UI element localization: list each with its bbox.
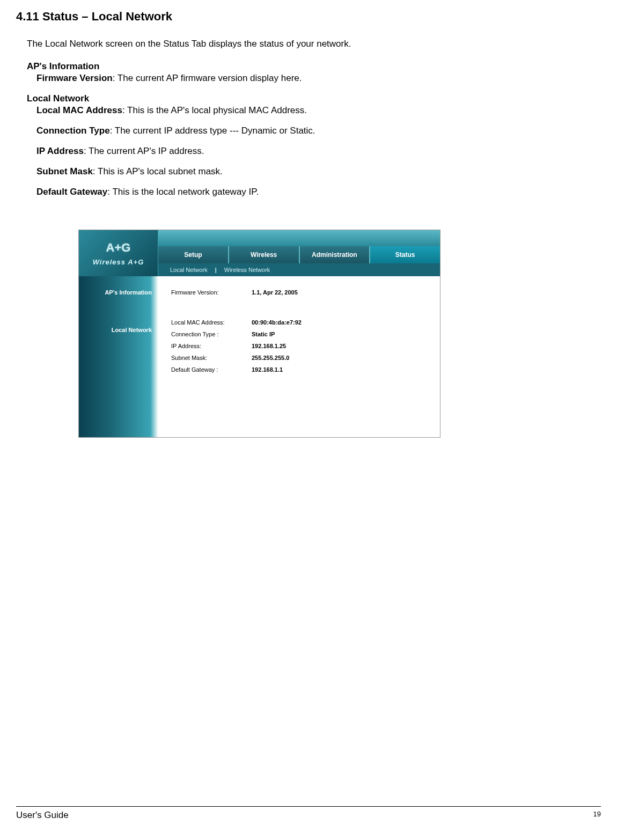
status-row-subnet: Subnet Mask: 255.255.255.0	[171, 355, 440, 361]
status-label-gateway: Default Gateway :	[171, 366, 252, 373]
status-row-gateway: Default Gateway : 192.168.1.1	[171, 366, 440, 373]
logo-brand-text: Wireless A+G	[93, 258, 144, 266]
tab-administration[interactable]: Administration	[300, 246, 371, 263]
status-value-firmware: 1.1, Apr 22, 2005	[252, 289, 298, 296]
field-gateway-label: Default Gateway	[36, 187, 107, 197]
field-mac: Local MAC Address: This is the AP's loca…	[36, 105, 601, 116]
intro-paragraph: The Local Network screen on the Status T…	[27, 39, 601, 49]
status-row-firmware: Firmware Version: 1.1, Apr 22, 2005	[171, 289, 440, 296]
nav-gradient-banner	[158, 230, 440, 246]
group-ap-info: AP's Information	[27, 61, 601, 72]
field-conn-label: Connection Type	[36, 126, 110, 136]
status-row-conn: Connection Type : Static IP	[171, 331, 440, 337]
field-ip-desc: : The current AP's IP address.	[84, 146, 204, 156]
page-footer: User's Guide 19	[16, 806, 601, 821]
field-ip-label: IP Address	[36, 146, 84, 156]
section-heading: 4.11 Status – Local Network	[16, 10, 601, 24]
group-local-network: Local Network	[27, 93, 601, 104]
tab-wireless[interactable]: Wireless	[229, 246, 300, 263]
field-firmware: Firmware Version: The current AP firmwar…	[36, 73, 601, 84]
status-label-ip: IP Address:	[171, 343, 252, 349]
status-value-ip: 192.168.1.25	[252, 343, 286, 349]
status-value-conn: Static IP	[252, 331, 275, 337]
status-value-mac: 00:90:4b:da:e7:92	[252, 319, 302, 326]
tab-setup[interactable]: Setup	[158, 246, 229, 263]
field-gateway: Default Gateway: This is the local netwo…	[36, 187, 601, 197]
tab-status[interactable]: Status	[370, 246, 440, 263]
status-label-subnet: Subnet Mask:	[171, 355, 252, 361]
field-subnet: Subnet Mask: This is AP's local subnet m…	[36, 166, 601, 177]
field-gateway-desc: : This is the local network gateway IP.	[107, 187, 259, 197]
field-mac-label: Local MAC Address	[36, 105, 122, 115]
field-firmware-desc: : The current AP firmware version displa…	[113, 73, 302, 83]
router-status-panel: A+G Wireless A+G Setup Wireless Administ…	[78, 230, 440, 438]
status-label-mac: Local MAC Address:	[171, 319, 252, 326]
status-row-mac: Local MAC Address: 00:90:4b:da:e7:92	[171, 319, 440, 326]
logo-badge-icon: A+G	[106, 241, 131, 255]
sidebar-label-local-network: Local Network	[79, 296, 158, 333]
field-conn-desc: : The current IP address type --- Dynami…	[110, 126, 315, 136]
footer-guide-label: User's Guide	[16, 810, 69, 821]
field-subnet-label: Subnet Mask	[36, 166, 93, 176]
status-row-ip: IP Address: 192.168.1.25	[171, 343, 440, 349]
field-subnet-desc: : This is AP's local subnet mask.	[93, 166, 223, 176]
status-value-subnet: 255.255.255.0	[252, 355, 289, 361]
field-conn: Connection Type: The current IP address …	[36, 126, 601, 136]
field-firmware-label: Firmware Version	[36, 73, 113, 83]
subtab-wireless-network[interactable]: Wireless Network	[221, 266, 274, 274]
footer-page-number: 19	[593, 810, 601, 818]
status-label-conn: Connection Type :	[171, 331, 252, 337]
status-value-gateway: 192.168.1.1	[252, 366, 283, 373]
status-label-firmware: Firmware Version:	[171, 289, 252, 296]
field-ip: IP Address: The current AP's IP address.	[36, 146, 601, 157]
subtab-local-network[interactable]: Local Network	[167, 266, 211, 274]
sidebar-label-ap-info: AP's Information	[79, 276, 158, 296]
subtab-separator: |	[215, 267, 217, 273]
router-logo: A+G Wireless A+G	[79, 230, 158, 276]
field-mac-desc: : This is the AP's local physical MAC Ad…	[122, 105, 307, 115]
